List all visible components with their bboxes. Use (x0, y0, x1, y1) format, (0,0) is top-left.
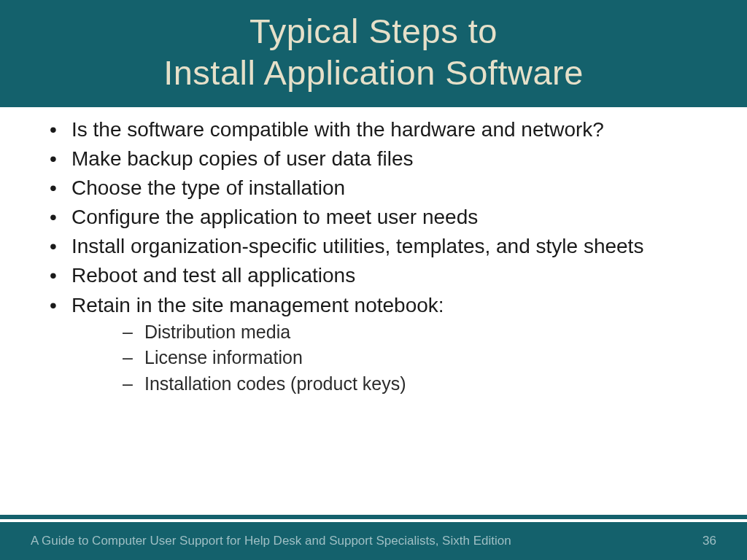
sub-bullet-list: Distribution media License information I… (71, 319, 718, 397)
slide-title: Typical Steps to Install Application Sof… (0, 0, 747, 107)
sub-bullet-text: Installation codes (product keys) (144, 373, 406, 394)
list-item: Install organization-specific utilities,… (29, 234, 718, 259)
bullet-text: Make backup copies of user data files (71, 147, 413, 170)
sub-list-item: License information (71, 345, 718, 371)
list-item: Choose the type of installation (29, 176, 718, 201)
sub-bullet-text: Distribution media (144, 322, 290, 342)
bullet-list: Is the software compatible with the hard… (29, 117, 718, 397)
sub-list-item: Installation codes (product keys) (71, 371, 718, 397)
title-line-2: Install Application Software (15, 52, 732, 93)
bullet-text: Configure the application to meet user n… (71, 206, 478, 228)
slide-body: Is the software compatible with the hard… (0, 107, 747, 522)
bullet-text: Reboot and test all applications (71, 264, 355, 287)
sub-list-item: Distribution media (71, 319, 718, 346)
footer-divider (0, 519, 747, 522)
list-item: Make backup copies of user data files (29, 147, 718, 171)
bullet-text: Is the software compatible with the hard… (71, 118, 604, 141)
list-item: Is the software compatible with the hard… (29, 117, 718, 142)
page-number: 36 (703, 534, 716, 548)
sub-bullet-text: License information (144, 347, 303, 368)
list-item: Configure the application to meet user n… (29, 205, 718, 230)
bullet-text: Install organization-specific utilities,… (71, 235, 643, 257)
title-line-1: Typical Steps to (15, 10, 732, 52)
bullet-text: Choose the type of installation (71, 176, 345, 199)
slide: Typical Steps to Install Application Sof… (0, 0, 747, 560)
list-item: Reboot and test all applications (29, 263, 718, 288)
footer-text: A Guide to Computer User Support for Hel… (31, 534, 511, 548)
list-item: Retain in the site management notebook: … (29, 293, 718, 397)
bullet-text: Retain in the site management notebook: (71, 294, 444, 316)
slide-footer: A Guide to Computer User Support for Hel… (0, 522, 747, 560)
